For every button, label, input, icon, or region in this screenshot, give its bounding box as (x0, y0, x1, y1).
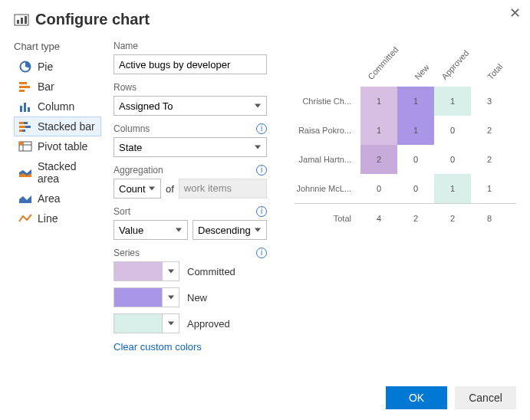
chart-preview: CommittedNewApprovedTotal Christie Ch...… (295, 41, 516, 232)
svg-rect-7 (19, 90, 25, 92)
svg-rect-8 (20, 106, 22, 112)
chart-type-stacked-bar[interactable]: Stacked bar (14, 116, 101, 136)
pivot-cell: 0 (360, 174, 397, 203)
pivot-cell: 0 (434, 116, 471, 145)
pivot-row-label: Christie Ch... (295, 97, 360, 106)
svg-rect-3 (25, 16, 27, 24)
dialog-title: Configure chart (35, 11, 150, 28)
svg-rect-1 (17, 20, 19, 24)
rows-label: Rows (114, 82, 137, 93)
chart-type-label: Column (38, 100, 74, 113)
series-label: Approved (187, 318, 230, 330)
series-label: New (187, 292, 207, 304)
bar-icon (18, 80, 33, 93)
chart-type-label: Pie (38, 61, 53, 73)
stacked-area-icon (18, 166, 33, 179)
svg-rect-9 (24, 103, 26, 112)
columns-info-icon[interactable]: i (256, 123, 267, 134)
pivot-row: Raisa Pokro...1102 (295, 116, 516, 145)
pivot-col-header: Committed (360, 41, 397, 87)
clear-custom-colors-link[interactable]: Clear custom colors (114, 341, 267, 353)
chart-type-label: Area (38, 192, 61, 205)
chart-type-pivot-table[interactable]: Pivot table (14, 136, 101, 156)
svg-rect-16 (22, 130, 25, 132)
chart-config-icon (14, 14, 29, 26)
svg-rect-5 (19, 82, 27, 84)
series-color-picker-0[interactable] (114, 261, 179, 281)
name-input[interactable] (114, 54, 267, 74)
columns-label: Columns (114, 123, 150, 134)
pivot-cell: 1 (360, 116, 397, 145)
chevron-down-icon[interactable] (163, 261, 179, 281)
pivot-total-row: Total4228 (295, 203, 516, 232)
series-info-icon[interactable]: i (256, 248, 267, 258)
svg-rect-14 (25, 126, 31, 128)
sort-dir-select[interactable] (193, 220, 267, 240)
series-color-picker-2[interactable] (114, 313, 179, 333)
close-icon[interactable]: ✕ (509, 5, 521, 21)
pivot-cell: 8 (471, 214, 508, 223)
stacked-bar-icon (18, 120, 33, 133)
chart-type-label: Pivot table (38, 140, 87, 153)
chart-type-label: Line (38, 212, 58, 225)
chart-type-label: Stacked area (38, 160, 97, 185)
chart-type-stacked-area[interactable]: Stacked area (14, 156, 101, 189)
pivot-cell: 3 (471, 97, 508, 106)
pie-icon (18, 61, 33, 73)
pivot-cell: 2 (397, 204, 434, 233)
chart-type-area[interactable]: Area (14, 189, 101, 208)
column-icon (18, 100, 33, 113)
series-label: Committed (187, 266, 235, 277)
pivot-cell: 4 (360, 204, 397, 233)
ok-button[interactable]: OK (386, 386, 447, 409)
pivot-cell: 0 (397, 174, 434, 203)
pivot-cell: 2 (471, 155, 508, 164)
pivot-cell: 2 (360, 145, 397, 174)
svg-rect-15 (19, 130, 22, 132)
pivot-table-icon (18, 140, 33, 153)
pivot-row: Jamal Hartn...2002 (295, 145, 516, 174)
series-label: Series (114, 248, 140, 258)
series-color-picker-1[interactable] (114, 287, 179, 307)
chart-type-label: Bar (38, 80, 54, 93)
aggregation-target: work items (179, 179, 267, 199)
line-icon (18, 212, 33, 225)
pivot-col-header: Approved (434, 41, 471, 87)
pivot-cell: 1 (397, 87, 434, 116)
pivot-cell: 1 (397, 116, 434, 145)
pivot-cell: 0 (397, 145, 434, 174)
pivot-cell: 1 (471, 184, 508, 193)
sort-label: Sort (114, 206, 130, 217)
svg-rect-13 (19, 126, 25, 128)
pivot-row-label: Johnnie McL... (295, 184, 360, 193)
pivot-cell: 2 (471, 126, 508, 135)
rows-select[interactable] (114, 96, 267, 116)
chart-type-pie[interactable]: Pie (14, 57, 101, 77)
svg-rect-12 (24, 122, 28, 124)
pivot-cell: 0 (434, 145, 471, 174)
pivot-col-header: New (397, 41, 434, 87)
chart-type-bar[interactable]: Bar (14, 77, 101, 97)
pivot-col-header: Total (471, 41, 508, 87)
pivot-cell: 1 (434, 87, 471, 116)
columns-select[interactable] (114, 137, 267, 157)
chevron-down-icon[interactable] (163, 287, 179, 307)
chart-type-heading: Chart type (14, 41, 101, 52)
chart-type-line[interactable]: Line (14, 208, 101, 228)
aggregation-select[interactable] (114, 179, 161, 199)
svg-rect-10 (28, 107, 30, 112)
aggregation-info-icon[interactable]: i (256, 165, 267, 176)
chart-type-label: Stacked bar (38, 120, 95, 133)
svg-rect-20 (19, 142, 23, 145)
chart-type-column[interactable]: Column (14, 97, 101, 116)
pivot-row-label: Raisa Pokro... (295, 126, 360, 135)
sort-info-icon[interactable]: i (256, 206, 267, 217)
cancel-button[interactable]: Cancel (455, 386, 516, 409)
chevron-down-icon[interactable] (163, 313, 179, 333)
svg-rect-6 (19, 86, 30, 88)
pivot-cell: 1 (360, 87, 397, 116)
pivot-row-label: Jamal Hartn... (295, 155, 360, 164)
sort-field-select[interactable] (114, 220, 188, 240)
area-icon (18, 192, 33, 205)
pivot-row: Christie Ch...1113 (295, 87, 516, 116)
